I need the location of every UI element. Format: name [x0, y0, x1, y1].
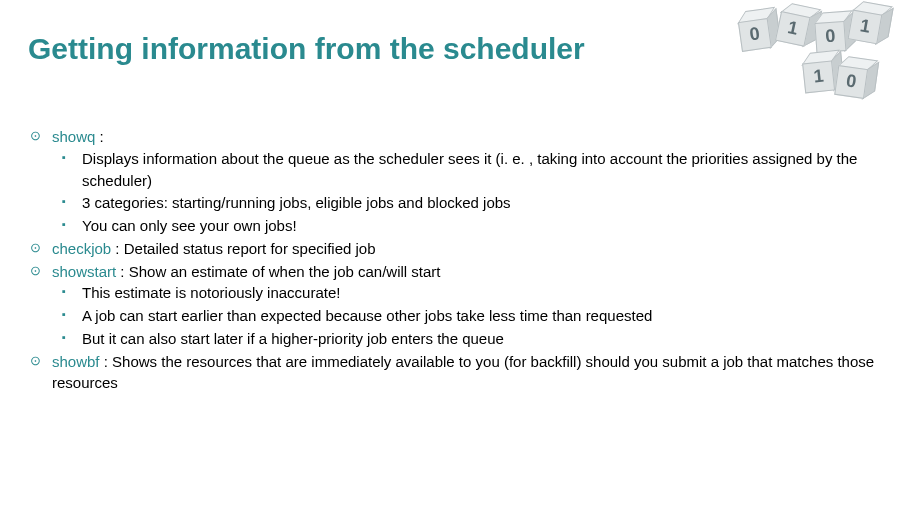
cube-digit: 1: [775, 11, 811, 47]
list-item-text: :: [95, 128, 103, 145]
sub-list-item: 3 categories: starting/running jobs, eli…: [58, 192, 880, 214]
sub-list-item: This estimate is notoriously inaccurate!: [58, 282, 880, 304]
cube-icon: 0: [735, 10, 773, 48]
list-item-text: : Show an estimate of when the job can/w…: [116, 263, 440, 280]
cube-digit: 0: [814, 21, 846, 53]
cube-digit: 0: [834, 65, 868, 99]
command-name: checkjob: [52, 240, 111, 257]
list-item-text: : Shows the resources that are immediate…: [52, 353, 874, 392]
cube-digit: 1: [802, 60, 835, 93]
sub-list-item: Displays information about the queue as …: [58, 148, 880, 192]
cube-digit: 0: [738, 18, 772, 52]
sub-list-item: But it can also start later if a higher-…: [58, 328, 880, 350]
list-item: checkjob : Detailed status report for sp…: [30, 238, 880, 260]
list-item: showbf : Shows the resources that are im…: [30, 351, 880, 395]
command-name: showq: [52, 128, 95, 145]
cube-icon: 1: [799, 52, 836, 89]
cube-icon: 1: [846, 1, 885, 40]
cube-icon: 0: [833, 57, 871, 95]
slide-content: showq : Displays information about the q…: [30, 126, 880, 395]
list-item: showstart : Show an estimate of when the…: [30, 261, 880, 350]
command-name: showbf: [52, 353, 100, 370]
list-item-text: : Detailed status report for specified j…: [111, 240, 375, 257]
cube-icon: 1: [774, 3, 814, 43]
sub-list-item: You can only see your own jobs!: [58, 215, 880, 237]
command-name: showstart: [52, 263, 116, 280]
cube-icon: 0: [812, 13, 848, 49]
sub-list-item: A job can start earlier than expected be…: [58, 305, 880, 327]
slide-title: Getting information from the scheduler: [28, 32, 585, 66]
list-item: showq : Displays information about the q…: [30, 126, 880, 237]
cube-digit: 1: [848, 10, 883, 45]
decorative-cubes: 0 1 0 1 1 0: [719, 4, 899, 104]
